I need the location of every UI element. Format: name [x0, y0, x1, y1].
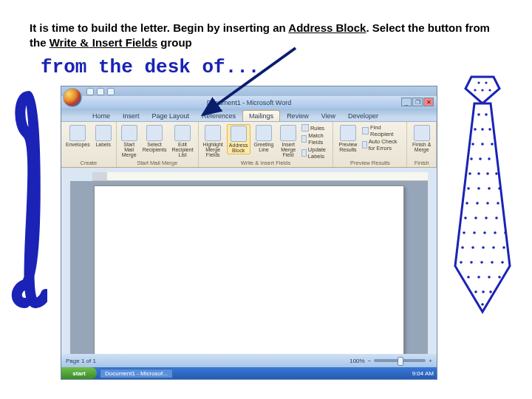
svg-point-35	[483, 231, 486, 234]
qat-undo-icon[interactable]	[97, 88, 104, 95]
greeting-line-button[interactable]: Greeting Line	[253, 124, 276, 153]
document-area[interactable]	[70, 181, 428, 354]
svg-point-16	[488, 157, 491, 160]
windows-taskbar: start Document1 - Microsof... 9:04 AM	[61, 367, 437, 379]
preview-results-icon	[340, 125, 356, 141]
svg-point-52	[474, 290, 477, 293]
select-recipients-button[interactable]: Select Recipients	[141, 124, 168, 153]
address-block-icon	[231, 126, 247, 142]
svg-point-48	[467, 276, 470, 279]
button-label: Edit Recipient List	[171, 142, 193, 157]
svg-point-22	[477, 187, 480, 190]
start-button[interactable]: start	[61, 367, 97, 379]
group-label: Preview Results	[336, 160, 403, 167]
labels-icon	[95, 125, 112, 141]
svg-point-50	[488, 276, 491, 279]
svg-point-38	[461, 246, 464, 249]
taskbar-item-word[interactable]: Document1 - Microsof...	[100, 369, 173, 378]
close-button[interactable]: ✕	[423, 98, 434, 106]
office-button[interactable]	[63, 88, 82, 107]
tab-insert[interactable]: Insert	[117, 111, 146, 121]
minimize-button[interactable]: _	[401, 98, 412, 106]
document-page[interactable]	[94, 185, 404, 354]
ribbon-group-start-mail-merge: Start Mail MergeSelect RecipientsEdit Re…	[117, 122, 199, 167]
tab-references[interactable]: References	[196, 111, 242, 121]
ribbon: EnvelopesLabelsCreateStart Mail MergeSel…	[61, 122, 437, 168]
svg-point-41	[492, 246, 495, 249]
svg-point-32	[495, 216, 498, 219]
envelopes-button[interactable]: Envelopes	[64, 124, 92, 148]
start-mail-merge-icon	[121, 125, 137, 141]
svg-point-30	[474, 216, 477, 219]
svg-point-25	[466, 202, 468, 205]
ribbon-tabs: HomeInsertPage LayoutReferencesMailingsR…	[61, 109, 437, 122]
svg-point-29	[464, 216, 467, 219]
svg-point-2	[485, 81, 487, 83]
svg-point-8	[474, 128, 477, 131]
auto-check-for-errors-button[interactable]: Auto Check for Errors	[362, 138, 404, 151]
status-page-info: Page 1 of 1	[66, 358, 96, 364]
tab-review[interactable]: Review	[281, 111, 315, 121]
match-fields-button[interactable]: Match Fields	[301, 132, 330, 146]
group-label: Start Mail Merge	[120, 160, 195, 167]
svg-point-13	[491, 143, 494, 146]
svg-point-26	[476, 202, 479, 205]
horizontal-ruler[interactable]	[92, 172, 428, 181]
tab-view[interactable]: View	[316, 111, 341, 121]
insert-merge-field-button[interactable]: Insert Merge Field	[277, 124, 299, 158]
edit-recipient-list-button[interactable]: Edit Recipient List	[170, 124, 194, 158]
highlight-merge-fields-icon	[205, 125, 221, 141]
button-label: Start Mail Merge	[121, 142, 137, 157]
tab-mailings[interactable]: Mailings	[242, 110, 280, 121]
start-mail-merge-button[interactable]: Start Mail Merge	[120, 124, 139, 158]
svg-point-33	[463, 231, 466, 234]
update-labels-button[interactable]: Update Labels	[301, 146, 330, 160]
button-label: Envelopes	[66, 142, 90, 147]
insert-merge-field-icon	[280, 125, 296, 141]
instruction-text: It is time to build the letter. Begin by…	[30, 21, 502, 51]
tab-home[interactable]: Home	[86, 111, 116, 121]
tab-page-layout[interactable]: Page Layout	[146, 111, 196, 121]
zoom-out-icon[interactable]: −	[368, 358, 372, 364]
svg-point-3	[474, 89, 476, 91]
find-recipient-icon	[362, 127, 369, 134]
address-block-button[interactable]: Address Block	[227, 124, 250, 154]
finish-merge-button[interactable]: Finish & Merge	[410, 124, 433, 153]
preview-results-button[interactable]: Preview Results	[336, 124, 359, 153]
qat-redo-icon[interactable]	[107, 88, 115, 95]
svg-point-51	[498, 276, 501, 279]
svg-point-1	[477, 81, 480, 83]
qat-save-icon[interactable]	[86, 88, 94, 95]
system-tray[interactable]: 9:04 AM	[412, 370, 434, 377]
svg-point-18	[477, 172, 480, 175]
svg-point-10	[488, 128, 491, 131]
button-label: Greeting Line	[254, 142, 274, 152]
zoom-control[interactable]: 100% − +	[349, 358, 432, 364]
svg-point-20	[495, 172, 498, 175]
rules-button[interactable]: Rules	[301, 124, 330, 132]
quick-access-toolbar[interactable]	[61, 86, 437, 96]
button-label: Preview Results	[338, 142, 358, 152]
svg-point-34	[473, 231, 476, 234]
from-the-desk-of-text: from the desk of...	[41, 56, 259, 78]
tab-developer[interactable]: Developer	[342, 111, 384, 121]
zoom-slider[interactable]	[374, 359, 426, 362]
svg-point-40	[482, 246, 485, 249]
labels-button[interactable]: Labels	[94, 124, 113, 148]
zoom-value: 100%	[349, 358, 364, 364]
button-label: Finish & Merge	[412, 142, 432, 152]
decorative-letter-l	[10, 81, 47, 318]
svg-point-19	[486, 172, 489, 175]
svg-point-43	[460, 261, 463, 264]
maximize-button[interactable]: ❐	[412, 98, 423, 106]
svg-point-5	[488, 89, 491, 91]
status-bar: Page 1 of 1 100% − +	[61, 354, 437, 367]
zoom-in-icon[interactable]: +	[429, 358, 432, 364]
highlight-merge-fields-button[interactable]: Highlight Merge Fields	[202, 124, 225, 158]
update-labels-icon	[301, 149, 307, 157]
find-recipient-button[interactable]: Find Recipient	[362, 124, 404, 137]
button-label: Labels	[95, 142, 111, 147]
match-fields-icon	[301, 135, 307, 143]
decorative-necktie	[442, 74, 523, 318]
svg-point-6	[477, 113, 480, 116]
